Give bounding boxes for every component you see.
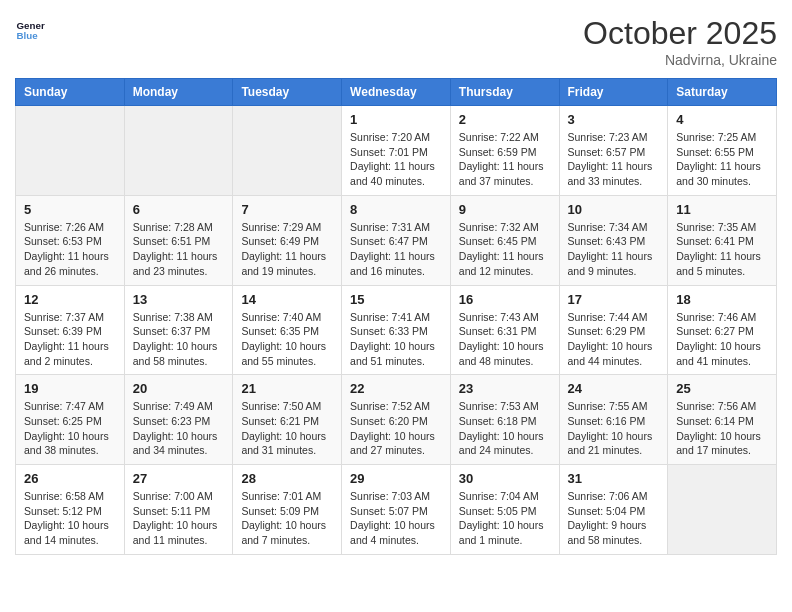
day-number: 12 [24, 292, 116, 307]
calendar-cell: 20Sunrise: 7:49 AM Sunset: 6:23 PM Dayli… [124, 375, 233, 465]
calendar-cell: 7Sunrise: 7:29 AM Sunset: 6:49 PM Daylig… [233, 195, 342, 285]
calendar-cell: 12Sunrise: 7:37 AM Sunset: 6:39 PM Dayli… [16, 285, 125, 375]
day-number: 13 [133, 292, 225, 307]
calendar-cell [233, 106, 342, 196]
day-number: 19 [24, 381, 116, 396]
calendar-cell: 21Sunrise: 7:50 AM Sunset: 6:21 PM Dayli… [233, 375, 342, 465]
day-number: 27 [133, 471, 225, 486]
calendar-cell: 16Sunrise: 7:43 AM Sunset: 6:31 PM Dayli… [450, 285, 559, 375]
calendar-cell: 1Sunrise: 7:20 AM Sunset: 7:01 PM Daylig… [342, 106, 451, 196]
day-number: 4 [676, 112, 768, 127]
day-number: 22 [350, 381, 442, 396]
day-of-week-header: Friday [559, 79, 668, 106]
calendar-week-row: 12Sunrise: 7:37 AM Sunset: 6:39 PM Dayli… [16, 285, 777, 375]
day-info: Sunrise: 7:43 AM Sunset: 6:31 PM Dayligh… [459, 310, 551, 369]
calendar-cell: 28Sunrise: 7:01 AM Sunset: 5:09 PM Dayli… [233, 465, 342, 555]
day-info: Sunrise: 7:55 AM Sunset: 6:16 PM Dayligh… [568, 399, 660, 458]
day-of-week-header: Wednesday [342, 79, 451, 106]
day-info: Sunrise: 7:38 AM Sunset: 6:37 PM Dayligh… [133, 310, 225, 369]
day-info: Sunrise: 7:20 AM Sunset: 7:01 PM Dayligh… [350, 130, 442, 189]
day-info: Sunrise: 7:46 AM Sunset: 6:27 PM Dayligh… [676, 310, 768, 369]
month-title: October 2025 [583, 15, 777, 52]
calendar-cell: 23Sunrise: 7:53 AM Sunset: 6:18 PM Dayli… [450, 375, 559, 465]
day-number: 6 [133, 202, 225, 217]
day-number: 9 [459, 202, 551, 217]
day-number: 26 [24, 471, 116, 486]
day-info: Sunrise: 7:52 AM Sunset: 6:20 PM Dayligh… [350, 399, 442, 458]
calendar-cell: 11Sunrise: 7:35 AM Sunset: 6:41 PM Dayli… [668, 195, 777, 285]
day-info: Sunrise: 7:50 AM Sunset: 6:21 PM Dayligh… [241, 399, 333, 458]
day-number: 17 [568, 292, 660, 307]
day-info: Sunrise: 7:00 AM Sunset: 5:11 PM Dayligh… [133, 489, 225, 548]
day-info: Sunrise: 7:56 AM Sunset: 6:14 PM Dayligh… [676, 399, 768, 458]
day-info: Sunrise: 7:23 AM Sunset: 6:57 PM Dayligh… [568, 130, 660, 189]
calendar-cell [124, 106, 233, 196]
day-of-week-header: Monday [124, 79, 233, 106]
day-number: 16 [459, 292, 551, 307]
calendar-week-row: 5Sunrise: 7:26 AM Sunset: 6:53 PM Daylig… [16, 195, 777, 285]
calendar-cell: 29Sunrise: 7:03 AM Sunset: 5:07 PM Dayli… [342, 465, 451, 555]
calendar-cell: 26Sunrise: 6:58 AM Sunset: 5:12 PM Dayli… [16, 465, 125, 555]
calendar-cell: 22Sunrise: 7:52 AM Sunset: 6:20 PM Dayli… [342, 375, 451, 465]
day-info: Sunrise: 7:37 AM Sunset: 6:39 PM Dayligh… [24, 310, 116, 369]
day-number: 30 [459, 471, 551, 486]
day-info: Sunrise: 7:06 AM Sunset: 5:04 PM Dayligh… [568, 489, 660, 548]
day-number: 18 [676, 292, 768, 307]
day-info: Sunrise: 7:31 AM Sunset: 6:47 PM Dayligh… [350, 220, 442, 279]
day-number: 23 [459, 381, 551, 396]
calendar-cell: 6Sunrise: 7:28 AM Sunset: 6:51 PM Daylig… [124, 195, 233, 285]
day-number: 24 [568, 381, 660, 396]
day-info: Sunrise: 7:22 AM Sunset: 6:59 PM Dayligh… [459, 130, 551, 189]
calendar-cell: 13Sunrise: 7:38 AM Sunset: 6:37 PM Dayli… [124, 285, 233, 375]
day-of-week-header: Tuesday [233, 79, 342, 106]
page-header: GeneralBlue October 2025 Nadvirna, Ukrai… [15, 15, 777, 68]
svg-text:General: General [17, 20, 46, 31]
calendar-cell: 8Sunrise: 7:31 AM Sunset: 6:47 PM Daylig… [342, 195, 451, 285]
calendar-cell: 3Sunrise: 7:23 AM Sunset: 6:57 PM Daylig… [559, 106, 668, 196]
day-number: 15 [350, 292, 442, 307]
logo-icon: GeneralBlue [15, 15, 45, 45]
day-number: 28 [241, 471, 333, 486]
day-number: 21 [241, 381, 333, 396]
day-number: 2 [459, 112, 551, 127]
calendar-week-row: 26Sunrise: 6:58 AM Sunset: 5:12 PM Dayli… [16, 465, 777, 555]
calendar-cell: 2Sunrise: 7:22 AM Sunset: 6:59 PM Daylig… [450, 106, 559, 196]
day-number: 7 [241, 202, 333, 217]
day-info: Sunrise: 7:34 AM Sunset: 6:43 PM Dayligh… [568, 220, 660, 279]
calendar-header-row: SundayMondayTuesdayWednesdayThursdayFrid… [16, 79, 777, 106]
day-number: 25 [676, 381, 768, 396]
day-info: Sunrise: 7:44 AM Sunset: 6:29 PM Dayligh… [568, 310, 660, 369]
calendar-cell: 27Sunrise: 7:00 AM Sunset: 5:11 PM Dayli… [124, 465, 233, 555]
day-of-week-header: Sunday [16, 79, 125, 106]
day-info: Sunrise: 7:03 AM Sunset: 5:07 PM Dayligh… [350, 489, 442, 548]
calendar-cell: 19Sunrise: 7:47 AM Sunset: 6:25 PM Dayli… [16, 375, 125, 465]
day-info: Sunrise: 6:58 AM Sunset: 5:12 PM Dayligh… [24, 489, 116, 548]
calendar-table: SundayMondayTuesdayWednesdayThursdayFrid… [15, 78, 777, 555]
calendar-cell: 14Sunrise: 7:40 AM Sunset: 6:35 PM Dayli… [233, 285, 342, 375]
day-of-week-header: Thursday [450, 79, 559, 106]
day-of-week-header: Saturday [668, 79, 777, 106]
calendar-week-row: 1Sunrise: 7:20 AM Sunset: 7:01 PM Daylig… [16, 106, 777, 196]
calendar-cell: 4Sunrise: 7:25 AM Sunset: 6:55 PM Daylig… [668, 106, 777, 196]
calendar-cell [16, 106, 125, 196]
logo: GeneralBlue [15, 15, 45, 45]
day-number: 20 [133, 381, 225, 396]
calendar-cell: 17Sunrise: 7:44 AM Sunset: 6:29 PM Dayli… [559, 285, 668, 375]
day-number: 11 [676, 202, 768, 217]
day-number: 29 [350, 471, 442, 486]
svg-text:Blue: Blue [17, 30, 39, 41]
calendar-cell: 10Sunrise: 7:34 AM Sunset: 6:43 PM Dayli… [559, 195, 668, 285]
location-subtitle: Nadvirna, Ukraine [583, 52, 777, 68]
day-number: 8 [350, 202, 442, 217]
day-info: Sunrise: 7:04 AM Sunset: 5:05 PM Dayligh… [459, 489, 551, 548]
day-info: Sunrise: 7:41 AM Sunset: 6:33 PM Dayligh… [350, 310, 442, 369]
day-info: Sunrise: 7:28 AM Sunset: 6:51 PM Dayligh… [133, 220, 225, 279]
day-info: Sunrise: 7:26 AM Sunset: 6:53 PM Dayligh… [24, 220, 116, 279]
day-info: Sunrise: 7:32 AM Sunset: 6:45 PM Dayligh… [459, 220, 551, 279]
calendar-cell: 31Sunrise: 7:06 AM Sunset: 5:04 PM Dayli… [559, 465, 668, 555]
day-number: 31 [568, 471, 660, 486]
calendar-cell: 5Sunrise: 7:26 AM Sunset: 6:53 PM Daylig… [16, 195, 125, 285]
day-info: Sunrise: 7:47 AM Sunset: 6:25 PM Dayligh… [24, 399, 116, 458]
calendar-cell: 9Sunrise: 7:32 AM Sunset: 6:45 PM Daylig… [450, 195, 559, 285]
day-info: Sunrise: 7:29 AM Sunset: 6:49 PM Dayligh… [241, 220, 333, 279]
